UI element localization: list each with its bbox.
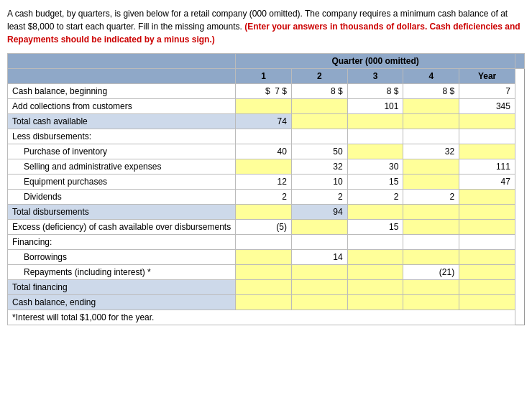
row-value[interactable] <box>459 265 515 280</box>
row-value[interactable] <box>291 114 347 129</box>
budget-input[interactable] <box>348 250 403 264</box>
budget-input[interactable] <box>403 114 459 129</box>
budget-input[interactable] <box>292 114 347 129</box>
row-value[interactable] <box>347 280 403 295</box>
budget-input[interactable] <box>292 295 347 310</box>
budget-input[interactable] <box>236 295 291 310</box>
budget-input[interactable] <box>403 175 459 189</box>
footnote: *Interest will total $1,000 for the year… <box>8 310 515 325</box>
budget-input[interactable] <box>236 159 291 174</box>
budget-input[interactable] <box>348 265 403 279</box>
row-value[interactable] <box>347 265 403 280</box>
row-value[interactable] <box>403 205 459 220</box>
row-label: Repayments (including interest) * <box>8 265 236 280</box>
row-value[interactable] <box>403 250 459 265</box>
budget-input[interactable] <box>292 265 347 279</box>
budget-input[interactable] <box>348 295 403 310</box>
budget-input[interactable] <box>292 99 347 113</box>
row-value[interactable] <box>347 114 403 129</box>
row-empty <box>291 235 347 250</box>
row-value: 30 <box>347 159 403 175</box>
budget-input[interactable] <box>459 144 515 159</box>
budget-input[interactable] <box>403 159 459 174</box>
row-label: Dividends <box>8 190 236 205</box>
row-value[interactable] <box>236 265 292 280</box>
table-row: Selling and administrative expenses32301… <box>8 159 525 175</box>
row-value[interactable] <box>459 114 515 129</box>
row-value[interactable] <box>347 205 403 220</box>
table-header-row1: Quarter (000 omitted) <box>8 54 525 69</box>
budget-input[interactable] <box>403 220 459 234</box>
row-value[interactable] <box>403 99 459 114</box>
footnote-row: *Interest will total $1,000 for the year… <box>8 310 525 325</box>
budget-input[interactable] <box>459 250 515 264</box>
row-value[interactable] <box>236 205 292 220</box>
budget-input[interactable] <box>459 295 515 310</box>
budget-input[interactable] <box>403 280 459 294</box>
row-value[interactable] <box>403 280 459 295</box>
row-empty <box>459 235 515 250</box>
row-value[interactable] <box>347 250 403 265</box>
row-value[interactable] <box>459 220 515 235</box>
budget-input[interactable] <box>236 280 291 294</box>
budget-input[interactable] <box>459 265 515 279</box>
row-value[interactable] <box>403 220 459 235</box>
row-label: Total financing <box>8 280 236 295</box>
row-value[interactable] <box>236 295 292 310</box>
budget-input[interactable] <box>459 280 515 294</box>
row-label: Borrowings <box>8 250 236 265</box>
row-value[interactable] <box>459 205 515 220</box>
row-value: 50 <box>291 144 347 159</box>
row-value[interactable] <box>236 159 292 175</box>
row-value[interactable] <box>403 114 459 129</box>
row-value[interactable] <box>459 295 515 310</box>
row-label: Cash balance, beginning <box>8 84 236 99</box>
budget-input[interactable] <box>236 250 291 264</box>
budget-input[interactable] <box>236 205 291 219</box>
budget-input[interactable] <box>292 280 347 294</box>
row-value[interactable] <box>403 175 459 190</box>
budget-input[interactable] <box>459 220 515 234</box>
table-row: Cash balance, beginning$ 7 $8 $8 $8 $7 <box>8 84 525 99</box>
header-year: Year <box>459 69 515 84</box>
row-empty <box>403 235 459 250</box>
row-value: 101 <box>347 99 403 114</box>
row-value[interactable] <box>459 190 515 205</box>
row-value[interactable] <box>291 295 347 310</box>
row-value[interactable] <box>459 250 515 265</box>
budget-input[interactable] <box>403 205 459 219</box>
row-value[interactable] <box>347 144 403 159</box>
budget-input[interactable] <box>348 114 403 129</box>
row-value[interactable] <box>403 295 459 310</box>
budget-input[interactable] <box>459 205 515 219</box>
row-label: Excess (deficiency) of cash available ov… <box>8 220 236 235</box>
budget-input[interactable] <box>348 205 403 219</box>
budget-input[interactable] <box>236 99 291 113</box>
budget-input[interactable] <box>403 295 459 310</box>
row-value: 10 <box>291 175 347 190</box>
row-value: 15 <box>347 220 403 235</box>
budget-input[interactable] <box>403 250 459 264</box>
row-value[interactable] <box>291 99 347 114</box>
row-value[interactable] <box>291 265 347 280</box>
row-value[interactable] <box>291 220 347 235</box>
table-row: Dividends2222 <box>8 190 525 205</box>
budget-input[interactable] <box>348 144 403 159</box>
row-value[interactable] <box>347 295 403 310</box>
row-value[interactable] <box>459 280 515 295</box>
row-value[interactable] <box>291 280 347 295</box>
row-value[interactable] <box>236 280 292 295</box>
row-value[interactable] <box>403 159 459 175</box>
budget-input[interactable] <box>292 220 347 234</box>
table-row: Less disbursements: <box>8 129 525 144</box>
budget-input[interactable] <box>403 99 459 113</box>
row-empty <box>347 129 403 144</box>
budget-input[interactable] <box>236 265 291 279</box>
budget-input[interactable] <box>459 114 515 129</box>
row-value[interactable] <box>236 99 292 114</box>
budget-input[interactable] <box>348 280 403 294</box>
row-value[interactable] <box>236 250 292 265</box>
row-value: 14 <box>291 250 347 265</box>
budget-input[interactable] <box>459 190 515 204</box>
row-value[interactable] <box>459 144 515 159</box>
